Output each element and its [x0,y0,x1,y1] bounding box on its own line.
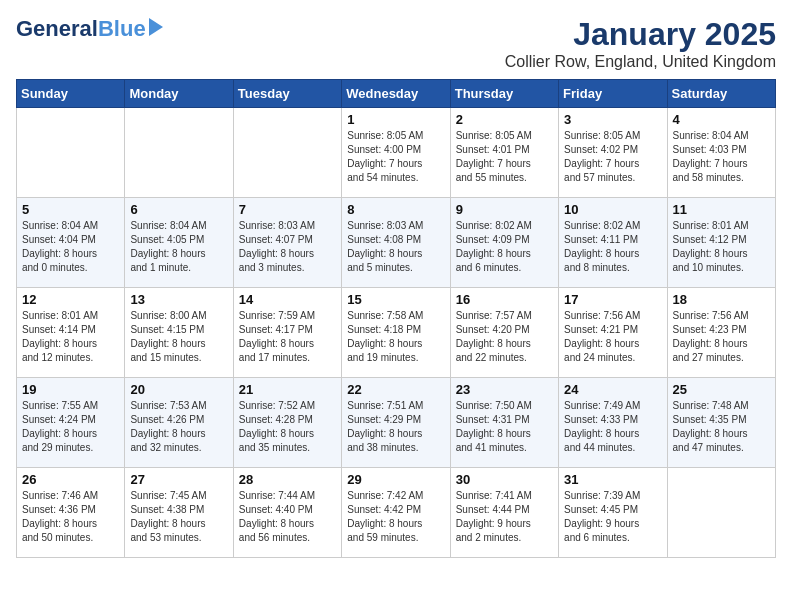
calendar-cell: 1Sunrise: 8:05 AM Sunset: 4:00 PM Daylig… [342,108,450,198]
calendar-cell: 27Sunrise: 7:45 AM Sunset: 4:38 PM Dayli… [125,468,233,558]
calendar-cell: 20Sunrise: 7:53 AM Sunset: 4:26 PM Dayli… [125,378,233,468]
day-header-thursday: Thursday [450,80,558,108]
day-info: Sunrise: 7:57 AM Sunset: 4:20 PM Dayligh… [456,309,553,365]
day-info: Sunrise: 7:58 AM Sunset: 4:18 PM Dayligh… [347,309,444,365]
calendar-cell: 21Sunrise: 7:52 AM Sunset: 4:28 PM Dayli… [233,378,341,468]
day-info: Sunrise: 7:48 AM Sunset: 4:35 PM Dayligh… [673,399,770,455]
calendar-cell [17,108,125,198]
calendar-week-row: 19Sunrise: 7:55 AM Sunset: 4:24 PM Dayli… [17,378,776,468]
day-number: 5 [22,202,119,217]
calendar-cell: 12Sunrise: 8:01 AM Sunset: 4:14 PM Dayli… [17,288,125,378]
day-number: 20 [130,382,227,397]
calendar-cell: 13Sunrise: 8:00 AM Sunset: 4:15 PM Dayli… [125,288,233,378]
day-info: Sunrise: 7:56 AM Sunset: 4:23 PM Dayligh… [673,309,770,365]
calendar-title: January 2025 [505,16,776,53]
day-info: Sunrise: 7:55 AM Sunset: 4:24 PM Dayligh… [22,399,119,455]
calendar-cell: 11Sunrise: 8:01 AM Sunset: 4:12 PM Dayli… [667,198,775,288]
calendar-cell: 9Sunrise: 8:02 AM Sunset: 4:09 PM Daylig… [450,198,558,288]
day-info: Sunrise: 8:01 AM Sunset: 4:14 PM Dayligh… [22,309,119,365]
calendar-cell: 23Sunrise: 7:50 AM Sunset: 4:31 PM Dayli… [450,378,558,468]
day-number: 29 [347,472,444,487]
calendar-week-row: 26Sunrise: 7:46 AM Sunset: 4:36 PM Dayli… [17,468,776,558]
day-number: 19 [22,382,119,397]
day-number: 22 [347,382,444,397]
day-info: Sunrise: 7:51 AM Sunset: 4:29 PM Dayligh… [347,399,444,455]
day-header-sunday: Sunday [17,80,125,108]
calendar-cell: 6Sunrise: 8:04 AM Sunset: 4:05 PM Daylig… [125,198,233,288]
day-number: 11 [673,202,770,217]
calendar-cell: 7Sunrise: 8:03 AM Sunset: 4:07 PM Daylig… [233,198,341,288]
calendar-cell [233,108,341,198]
calendar-cell: 5Sunrise: 8:04 AM Sunset: 4:04 PM Daylig… [17,198,125,288]
calendar-cell: 14Sunrise: 7:59 AM Sunset: 4:17 PM Dayli… [233,288,341,378]
calendar-cell: 18Sunrise: 7:56 AM Sunset: 4:23 PM Dayli… [667,288,775,378]
calendar-subtitle: Collier Row, England, United Kingdom [505,53,776,71]
calendar-cell: 4Sunrise: 8:04 AM Sunset: 4:03 PM Daylig… [667,108,775,198]
calendar-cell [125,108,233,198]
day-info: Sunrise: 7:56 AM Sunset: 4:21 PM Dayligh… [564,309,661,365]
day-number: 6 [130,202,227,217]
calendar-cell: 31Sunrise: 7:39 AM Sunset: 4:45 PM Dayli… [559,468,667,558]
calendar-cell: 16Sunrise: 7:57 AM Sunset: 4:20 PM Dayli… [450,288,558,378]
day-number: 13 [130,292,227,307]
day-number: 17 [564,292,661,307]
day-info: Sunrise: 8:02 AM Sunset: 4:09 PM Dayligh… [456,219,553,275]
calendar-table: SundayMondayTuesdayWednesdayThursdayFrid… [16,79,776,558]
day-number: 1 [347,112,444,127]
calendar-cell: 24Sunrise: 7:49 AM Sunset: 4:33 PM Dayli… [559,378,667,468]
calendar-cell [667,468,775,558]
day-info: Sunrise: 7:41 AM Sunset: 4:44 PM Dayligh… [456,489,553,545]
day-info: Sunrise: 8:05 AM Sunset: 4:00 PM Dayligh… [347,129,444,185]
day-number: 14 [239,292,336,307]
day-number: 2 [456,112,553,127]
calendar-cell: 25Sunrise: 7:48 AM Sunset: 4:35 PM Dayli… [667,378,775,468]
page-header: General Blue January 2025 Collier Row, E… [16,16,776,71]
calendar-header-row: SundayMondayTuesdayWednesdayThursdayFrid… [17,80,776,108]
day-header-friday: Friday [559,80,667,108]
calendar-week-row: 12Sunrise: 8:01 AM Sunset: 4:14 PM Dayli… [17,288,776,378]
day-info: Sunrise: 7:52 AM Sunset: 4:28 PM Dayligh… [239,399,336,455]
calendar-cell: 15Sunrise: 7:58 AM Sunset: 4:18 PM Dayli… [342,288,450,378]
day-number: 9 [456,202,553,217]
day-info: Sunrise: 7:53 AM Sunset: 4:26 PM Dayligh… [130,399,227,455]
day-header-saturday: Saturday [667,80,775,108]
day-number: 28 [239,472,336,487]
title-section: January 2025 Collier Row, England, Unite… [505,16,776,71]
day-info: Sunrise: 7:45 AM Sunset: 4:38 PM Dayligh… [130,489,227,545]
calendar-cell: 30Sunrise: 7:41 AM Sunset: 4:44 PM Dayli… [450,468,558,558]
logo-arrow-icon [149,18,171,36]
day-info: Sunrise: 7:39 AM Sunset: 4:45 PM Dayligh… [564,489,661,545]
day-info: Sunrise: 8:05 AM Sunset: 4:02 PM Dayligh… [564,129,661,185]
day-header-tuesday: Tuesday [233,80,341,108]
day-number: 8 [347,202,444,217]
day-number: 4 [673,112,770,127]
day-number: 16 [456,292,553,307]
calendar-cell: 2Sunrise: 8:05 AM Sunset: 4:01 PM Daylig… [450,108,558,198]
calendar-cell: 22Sunrise: 7:51 AM Sunset: 4:29 PM Dayli… [342,378,450,468]
day-number: 18 [673,292,770,307]
calendar-cell: 29Sunrise: 7:42 AM Sunset: 4:42 PM Dayli… [342,468,450,558]
day-number: 23 [456,382,553,397]
day-header-wednesday: Wednesday [342,80,450,108]
day-number: 24 [564,382,661,397]
day-info: Sunrise: 7:44 AM Sunset: 4:40 PM Dayligh… [239,489,336,545]
day-info: Sunrise: 8:01 AM Sunset: 4:12 PM Dayligh… [673,219,770,275]
logo-general: General [16,16,98,42]
day-info: Sunrise: 7:46 AM Sunset: 4:36 PM Dayligh… [22,489,119,545]
calendar-cell: 17Sunrise: 7:56 AM Sunset: 4:21 PM Dayli… [559,288,667,378]
calendar-week-row: 5Sunrise: 8:04 AM Sunset: 4:04 PM Daylig… [17,198,776,288]
day-info: Sunrise: 8:02 AM Sunset: 4:11 PM Dayligh… [564,219,661,275]
day-info: Sunrise: 8:04 AM Sunset: 4:05 PM Dayligh… [130,219,227,275]
svg-marker-0 [149,18,163,36]
day-number: 26 [22,472,119,487]
day-number: 21 [239,382,336,397]
day-number: 27 [130,472,227,487]
day-info: Sunrise: 7:49 AM Sunset: 4:33 PM Dayligh… [564,399,661,455]
calendar-cell: 3Sunrise: 8:05 AM Sunset: 4:02 PM Daylig… [559,108,667,198]
calendar-cell: 28Sunrise: 7:44 AM Sunset: 4:40 PM Dayli… [233,468,341,558]
day-info: Sunrise: 8:04 AM Sunset: 4:03 PM Dayligh… [673,129,770,185]
day-info: Sunrise: 8:05 AM Sunset: 4:01 PM Dayligh… [456,129,553,185]
day-info: Sunrise: 7:50 AM Sunset: 4:31 PM Dayligh… [456,399,553,455]
logo: General Blue [16,16,171,42]
day-number: 3 [564,112,661,127]
